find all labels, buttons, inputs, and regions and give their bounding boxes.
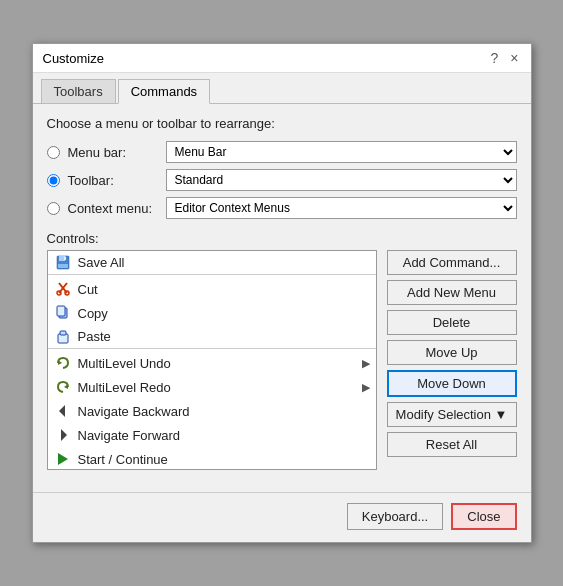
navigate-forward-text: Navigate Forward — [78, 428, 181, 443]
svg-marker-14 — [59, 405, 65, 417]
reset-all-button[interactable]: Reset All — [387, 432, 517, 457]
paste-icon — [54, 328, 72, 346]
copy-text: Copy — [78, 306, 108, 321]
section-label: Choose a menu or toolbar to rearrange: — [47, 116, 517, 131]
start-continue-text: Start / Continue — [78, 452, 168, 467]
radio-context[interactable] — [47, 202, 60, 215]
navigate-forward-icon — [54, 426, 72, 444]
list-item[interactable]: Save All — [48, 251, 376, 275]
delete-button[interactable]: Delete — [387, 310, 517, 335]
list-item[interactable]: Navigate Forward — [48, 423, 376, 447]
svg-rect-2 — [58, 264, 68, 268]
move-down-button[interactable]: Move Down — [387, 370, 517, 397]
multilevel-undo-icon — [54, 354, 72, 372]
dialog-wrapper: Customize ? × Toolbars Commands Choose a… — [32, 43, 532, 543]
save-all-text: Save All — [78, 255, 125, 270]
multilevel-redo-icon — [54, 378, 72, 396]
customize-dialog: Customize ? × Toolbars Commands Choose a… — [32, 43, 532, 543]
context-select[interactable]: Editor Context Menus — [166, 197, 517, 219]
paste-text: Paste — [78, 329, 111, 344]
title-bar-buttons: ? × — [489, 50, 521, 66]
radio-toolbar[interactable] — [47, 174, 60, 187]
radio-row-context: Context menu: Editor Context Menus — [47, 197, 517, 219]
controls-label: Controls: — [47, 231, 517, 246]
svg-rect-11 — [60, 331, 66, 335]
close-title-button[interactable]: × — [508, 50, 520, 66]
svg-marker-13 — [64, 384, 68, 389]
radio-row-menubar: Menu bar: Menu Bar — [47, 141, 517, 163]
cut-text: Cut — [78, 282, 98, 297]
svg-rect-3 — [64, 256, 66, 260]
radio-menubar-label: Menu bar: — [68, 145, 158, 160]
list-item[interactable]: Copy — [48, 301, 376, 325]
navigate-backward-text: Navigate Backward — [78, 404, 190, 419]
close-button[interactable]: Close — [451, 503, 516, 530]
start-continue-icon — [54, 450, 72, 468]
controls-list[interactable]: Save All Cut Copy — [47, 250, 377, 470]
dialog-title: Customize — [43, 51, 104, 66]
multilevel-undo-text: MultiLevel Undo — [78, 356, 171, 371]
list-item[interactable]: Paste — [48, 325, 376, 349]
cut-icon — [54, 280, 72, 298]
svg-marker-15 — [61, 429, 67, 441]
radio-context-label: Context menu: — [68, 201, 158, 216]
tab-bar: Toolbars Commands — [33, 73, 531, 104]
menubar-select[interactable]: Menu Bar — [166, 141, 517, 163]
title-bar: Customize ? × — [33, 44, 531, 73]
help-button[interactable]: ? — [489, 50, 501, 66]
svg-marker-16 — [58, 453, 68, 465]
undo-arrow: ▶ — [362, 357, 370, 370]
svg-marker-12 — [58, 360, 62, 365]
move-up-button[interactable]: Move Up — [387, 340, 517, 365]
main-area: Save All Cut Copy — [47, 250, 517, 470]
list-item[interactable]: MultiLevel Undo ▶ — [48, 351, 376, 375]
list-item[interactable]: Start / Continue — [48, 447, 376, 470]
add-new-menu-button[interactable]: Add New Menu — [387, 280, 517, 305]
tab-toolbars[interactable]: Toolbars — [41, 79, 116, 103]
copy-icon — [54, 304, 72, 322]
bottom-bar: Keyboard... Close — [33, 492, 531, 542]
tab-content: Choose a menu or toolbar to rearrange: M… — [33, 104, 531, 482]
modify-selection-button[interactable]: Modify Selection ▼ — [387, 402, 517, 427]
redo-arrow: ▶ — [362, 381, 370, 394]
navigate-backward-icon — [54, 402, 72, 420]
add-command-button[interactable]: Add Command... — [387, 250, 517, 275]
list-item[interactable]: Navigate Backward — [48, 399, 376, 423]
radio-group: Menu bar: Menu Bar Toolbar: Standard Con… — [47, 141, 517, 219]
multilevel-redo-text: MultiLevel Redo — [78, 380, 171, 395]
commands-buttons-panel: Add Command... Add New Menu Delete Move … — [387, 250, 517, 470]
tab-commands[interactable]: Commands — [118, 79, 210, 104]
toolbar-select[interactable]: Standard — [166, 169, 517, 191]
radio-row-toolbar: Toolbar: Standard — [47, 169, 517, 191]
list-item[interactable]: Cut — [48, 277, 376, 301]
save-all-icon — [54, 254, 72, 272]
radio-toolbar-label: Toolbar: — [68, 173, 158, 188]
list-item[interactable]: MultiLevel Redo ▶ — [48, 375, 376, 399]
svg-rect-9 — [57, 306, 65, 316]
keyboard-button[interactable]: Keyboard... — [347, 503, 444, 530]
radio-menubar[interactable] — [47, 146, 60, 159]
